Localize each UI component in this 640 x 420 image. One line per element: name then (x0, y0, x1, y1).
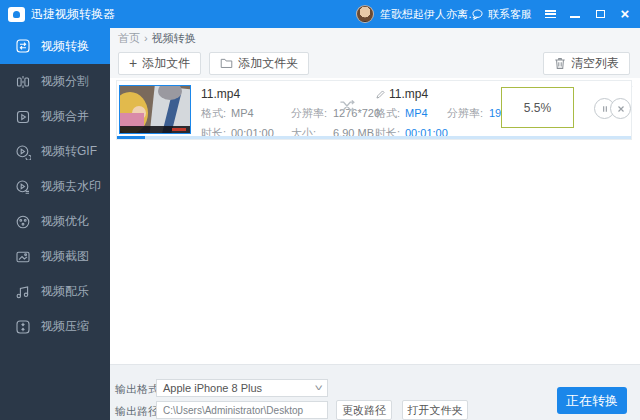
toolbar: + 添加文件 添加文件夹 清空列表 (110, 48, 640, 78)
app-title: 迅捷视频转换器 (31, 6, 115, 23)
add-file-button[interactable]: + 添加文件 (118, 52, 201, 75)
source-resolution-label: 分辨率: (291, 106, 333, 121)
footer-panel: 输出格式: Apple iPhone 8 Plus ˅ 输出路径: 更改路径 打… (110, 364, 640, 420)
gif-icon (15, 144, 31, 160)
sidebar-item-video-compress[interactable]: 视频压缩 (0, 309, 110, 344)
sidebar-item-label: 视频转换 (41, 38, 89, 55)
sidebar-item-label: 视频去水印 (41, 178, 101, 195)
source-file-info: 11.mp4 格式:MP4分辨率:1276*720 时长:00:01:00大小:… (201, 87, 380, 141)
output-format-select[interactable]: Apple iPhone 8 Plus ˅ (156, 379, 328, 397)
maximize-button[interactable] (593, 7, 607, 21)
sidebar-item-video-optimize[interactable]: 视频优化 (0, 204, 110, 239)
output-path-input[interactable] (156, 401, 328, 419)
output-format-field-label: 输出格式: (115, 382, 162, 397)
sidebar-item-video-split[interactable]: 视频分割 (0, 64, 110, 99)
convert-icon (15, 38, 31, 54)
output-filename[interactable]: 11.mp4 (389, 87, 428, 101)
optimize-icon (15, 214, 31, 230)
output-format-value: MP4 (405, 107, 433, 119)
contact-support-button[interactable]: 联系客服 (471, 7, 532, 22)
breadcrumb-home[interactable]: 首页 (118, 31, 140, 46)
file-row: 11.mp4 格式:MP4分辨率:1276*720 时长:00:01:00大小:… (116, 80, 632, 140)
split-icon (15, 74, 31, 90)
sidebar-item-video-screenshot[interactable]: 视频截图 (0, 239, 110, 274)
main-content: 首页 › 视频转换 + 添加文件 添加文件夹 清空列表 11.mp4 (110, 28, 640, 420)
output-resolution-label: 分辨率: (447, 106, 489, 121)
sidebar-item-label: 视频合并 (41, 108, 89, 125)
music-icon (15, 284, 31, 300)
edit-pencil-icon[interactable] (375, 89, 386, 100)
add-file-label: 添加文件 (142, 55, 190, 72)
folder-icon (220, 57, 233, 69)
breadcrumb-current: 视频转换 (152, 31, 196, 46)
menu-icon[interactable] (543, 7, 557, 21)
user-avatar (356, 5, 374, 23)
output-path-field-label: 输出路径: (115, 404, 162, 419)
open-folder-button[interactable]: 打开文件夹 (402, 400, 468, 420)
conversion-progress-bar (117, 136, 631, 139)
app-logo-icon (8, 7, 25, 22)
username: 笙歌想起伊人亦离… (380, 7, 479, 22)
chat-icon (471, 8, 484, 21)
chevron-down-icon: ˅ (314, 383, 322, 393)
sidebar-item-video-to-gif[interactable]: 视频转GIF (0, 134, 110, 169)
sidebar-item-label: 视频压缩 (41, 318, 89, 335)
file-list: 11.mp4 格式:MP4分辨率:1276*720 时长:00:01:00大小:… (110, 78, 640, 364)
sidebar-item-video-merge[interactable]: 视频合并 (0, 99, 110, 134)
user-account[interactable]: 笙歌想起伊人亦离… (356, 0, 479, 28)
output-format-label: 格式: (375, 106, 405, 121)
clear-list-button[interactable]: 清空列表 (543, 52, 630, 75)
close-icon (616, 104, 626, 114)
breadcrumb-separator: › (144, 32, 148, 44)
sidebar-item-video-music[interactable]: 视频配乐 (0, 274, 110, 309)
sidebar-item-label: 视频截图 (41, 248, 89, 265)
sidebar-item-video-remove-watermark[interactable]: 视频去水印 (0, 169, 110, 204)
titlebar: 迅捷视频转换器 笙歌想起伊人亦离… 联系客服 × (0, 0, 640, 28)
plus-icon: + (129, 57, 137, 69)
pause-icon (600, 104, 610, 114)
sidebar-item-label: 视频优化 (41, 213, 89, 230)
convert-button[interactable]: 正在转换 (557, 387, 627, 414)
remove-watermark-icon (15, 179, 31, 195)
progress-percent-value: 5.5% (524, 101, 551, 115)
sidebar-item-video-convert[interactable]: 视频转换 (0, 28, 110, 64)
change-path-button[interactable]: 更改路径 (336, 400, 392, 420)
file-thumbnail (119, 85, 191, 134)
output-format-selected: Apple iPhone 8 Plus (163, 382, 262, 394)
remove-file-button[interactable] (610, 98, 631, 119)
progress-fill (117, 136, 145, 139)
convert-arrows-icon (339, 99, 356, 113)
screenshot-icon (15, 249, 31, 265)
add-folder-button[interactable]: 添加文件夹 (209, 52, 309, 75)
sidebar-item-label: 视频分割 (41, 73, 89, 90)
breadcrumb: 首页 › 视频转换 (110, 28, 640, 48)
sidebar: 视频转换 视频分割 视频合并 视频转GIF 视频去水印 视频优化 视频截图 视频… (0, 28, 110, 420)
progress-percent-box: 5.5% (501, 87, 574, 128)
source-format-label: 格式: (201, 106, 231, 121)
add-folder-label: 添加文件夹 (238, 55, 298, 72)
contact-support-label: 联系客服 (488, 7, 532, 22)
source-format-value: MP4 (231, 107, 291, 119)
merge-icon (15, 109, 31, 125)
minimize-button[interactable] (568, 7, 582, 21)
compress-icon (15, 319, 31, 335)
clear-list-label: 清空列表 (571, 55, 619, 72)
trash-icon (554, 57, 566, 70)
sidebar-item-label: 视频转GIF (41, 143, 97, 160)
sidebar-item-label: 视频配乐 (41, 283, 89, 300)
close-button[interactable]: × (618, 7, 632, 21)
